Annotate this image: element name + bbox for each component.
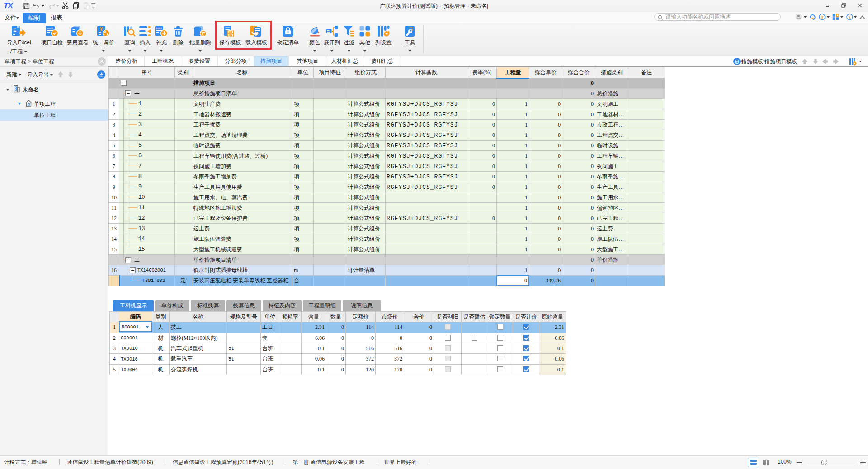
svg-text:¥: ¥ [100,26,103,32]
svg-text:i: i [849,15,850,19]
svg-text:?: ? [821,15,824,19]
svg-text:E: E [13,27,16,33]
